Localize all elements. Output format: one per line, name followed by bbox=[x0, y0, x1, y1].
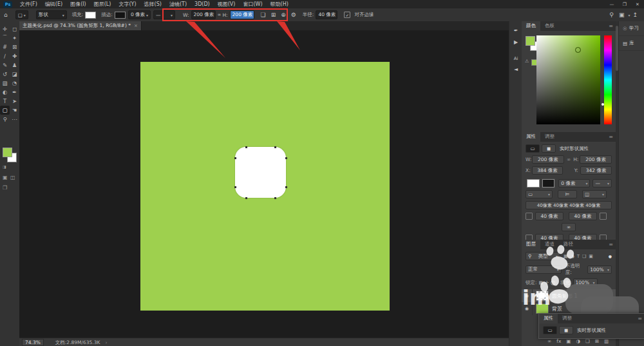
menu-filter[interactable]: 滤镜(T) bbox=[166, 1, 191, 8]
shape-anchor[interactable] bbox=[285, 157, 287, 159]
shape-anchor[interactable] bbox=[274, 197, 276, 199]
menu-select[interactable]: 选择(S) bbox=[140, 1, 166, 8]
tab-channels[interactable]: 通道 bbox=[540, 240, 559, 249]
prop-x-field[interactable]: 384 像素 bbox=[532, 166, 564, 175]
menu-window[interactable]: 窗口(W) bbox=[239, 1, 266, 8]
corner-tr-icon[interactable] bbox=[600, 213, 607, 220]
link-radii-icon[interactable]: ∞ bbox=[562, 223, 576, 231]
layer-name[interactable]: 背景 bbox=[552, 305, 562, 312]
fill-swatch[interactable] bbox=[85, 12, 96, 19]
zoom-level-field[interactable]: 74.3% bbox=[22, 339, 44, 346]
shape-anchor[interactable] bbox=[245, 197, 247, 199]
rounded-rectangle-tool[interactable]: ▢ bbox=[0, 106, 10, 115]
stroke-corners-dropdown[interactable]: ◫▾ bbox=[582, 190, 607, 198]
menu-layer[interactable]: 图层(L) bbox=[90, 1, 115, 8]
align-edges-checkbox[interactable]: ✓ bbox=[344, 12, 350, 18]
restore-button[interactable]: ❐ bbox=[618, 2, 631, 7]
delete-layer-icon[interactable]: ▥ bbox=[604, 338, 609, 344]
blend-mode-dropdown[interactable]: 正常 ▾ bbox=[526, 265, 562, 274]
add-mask-icon[interactable]: ▣ bbox=[566, 338, 571, 344]
shape-anchor[interactable] bbox=[285, 186, 287, 188]
new-layer-icon[interactable]: ⊞ bbox=[595, 338, 599, 344]
link-layers-icon[interactable]: ∞ bbox=[547, 338, 551, 344]
gear-icon[interactable]: ⚙ bbox=[291, 12, 296, 18]
prop-fill-swatch[interactable] bbox=[527, 179, 540, 187]
eraser-tool[interactable]: ◪ bbox=[10, 70, 19, 79]
move-tool[interactable]: ✛ bbox=[0, 24, 10, 34]
tab-layers[interactable]: 图层 bbox=[522, 240, 540, 249]
new-group-icon[interactable]: ❏ bbox=[585, 338, 590, 344]
history-brush-tool[interactable]: ↺ bbox=[0, 70, 10, 79]
layer-filter-dropdown[interactable]: ⚲ 类型 ▾ bbox=[526, 252, 560, 260]
link-dimensions-icon[interactable]: ∞ bbox=[567, 157, 571, 162]
menu-type[interactable]: 文字(Y) bbox=[115, 1, 140, 8]
rounded-rectangle-shape[interactable] bbox=[235, 147, 286, 198]
link-dimensions-icon[interactable]: ∞ bbox=[218, 12, 222, 17]
lasso-tool[interactable]: ⌒ bbox=[0, 34, 10, 43]
audio-panel-icon[interactable]: ◄ bbox=[509, 66, 522, 72]
prop-stroke-swatch[interactable] bbox=[542, 179, 555, 187]
document-tab[interactable]: 主题美化.psd @ 74.3% (圆角矩形 1, RGB/8#) * × bbox=[19, 21, 142, 30]
tab-swatches[interactable]: 色板 bbox=[540, 21, 559, 31]
learn-panel-button[interactable]: ☉ 学习 bbox=[619, 21, 644, 36]
minimize-button[interactable]: — bbox=[605, 2, 618, 7]
search-icon[interactable]: ⚲ bbox=[609, 12, 614, 18]
filter-toggle-icon[interactable]: ● bbox=[609, 254, 612, 258]
radius-tl-field[interactable]: 40 像素 bbox=[535, 212, 564, 220]
quick-select-tool[interactable]: ✦ bbox=[10, 34, 19, 43]
tab-properties[interactable]: 属性 bbox=[522, 132, 540, 142]
marquee-tool[interactable]: ◻ bbox=[10, 24, 19, 34]
corner-tl-icon[interactable] bbox=[526, 213, 533, 220]
shape-anchor[interactable] bbox=[245, 146, 247, 148]
zoom-tool[interactable]: ⚲ bbox=[0, 115, 10, 124]
quick-mask-icon[interactable]: ▣ bbox=[3, 175, 8, 180]
shape-anchor[interactable] bbox=[234, 157, 236, 159]
close-button[interactable]: ✕ bbox=[631, 2, 644, 7]
close-tab-icon[interactable]: × bbox=[134, 23, 138, 28]
artboard[interactable] bbox=[140, 62, 390, 311]
filter-smartobj-icon[interactable]: ▣ bbox=[589, 254, 593, 259]
path-arrangement-icon[interactable]: ⊕ bbox=[281, 12, 286, 18]
stroke-caps-dropdown[interactable]: ⊨ bbox=[558, 190, 577, 198]
adjustment-layer-icon[interactable]: ◑ bbox=[576, 338, 580, 344]
shape-anchor[interactable] bbox=[274, 146, 276, 148]
menu-help[interactable]: 帮助(H) bbox=[267, 1, 292, 8]
gradient-tool[interactable]: ▨ bbox=[0, 79, 10, 88]
blur-tool[interactable]: ◔ bbox=[10, 79, 19, 88]
radius-tr-field[interactable]: 40 像素 bbox=[569, 212, 597, 220]
pen-tool[interactable]: ✒ bbox=[10, 88, 19, 97]
tab-properties[interactable]: 属性 bbox=[539, 314, 558, 323]
lock-position-icon[interactable]: ✛ bbox=[545, 280, 549, 285]
path-alignment-icon[interactable]: ⊞ bbox=[271, 12, 276, 18]
path-operations-icon[interactable]: ❏ bbox=[261, 12, 266, 18]
radius-field[interactable]: 40 像素 bbox=[316, 10, 337, 19]
filter-adjustment-icon[interactable]: ◑ bbox=[571, 254, 574, 259]
panel-menu-icon[interactable]: ≡ bbox=[609, 23, 613, 29]
swap-colors-icon[interactable]: ◨ bbox=[3, 164, 6, 169]
opacity-field[interactable]: 100% ▾ bbox=[587, 265, 612, 274]
share-icon[interactable]: ↥ bbox=[632, 12, 638, 18]
filter-type-icon[interactable]: T bbox=[577, 254, 580, 259]
clone-stamp-tool[interactable]: ♟ bbox=[10, 61, 19, 70]
stroke-type-dropdown[interactable]: — ▾ bbox=[153, 10, 175, 19]
saturation-brightness-field[interactable] bbox=[536, 35, 600, 124]
menu-image[interactable]: 图像(I) bbox=[66, 1, 90, 8]
type-tool[interactable]: T bbox=[0, 97, 10, 106]
gamut-warning-icon[interactable]: ⚠ bbox=[525, 59, 529, 64]
lock-transparency-icon[interactable]: ▦ bbox=[539, 280, 544, 285]
foreground-color-swatch[interactable] bbox=[3, 148, 12, 157]
screen-mode-icon[interactable]: ❐ bbox=[3, 185, 7, 191]
mask-mode-icon[interactable]: ◫ bbox=[10, 175, 15, 180]
panel-menu-icon[interactable]: ≡ bbox=[609, 242, 613, 247]
prop-height-field[interactable]: 200 像素 bbox=[580, 155, 612, 164]
brush-tool[interactable]: ✎ bbox=[0, 61, 10, 70]
prop-width-field[interactable]: 200 像素 bbox=[532, 155, 564, 164]
libraries-panel-button[interactable]: ▤ 库 bbox=[619, 36, 644, 51]
hue-slider[interactable] bbox=[604, 35, 612, 124]
stroke-align-dropdown[interactable]: ▭▾ bbox=[526, 190, 553, 198]
prop-stroke-type-dropdown[interactable]: — ▾ bbox=[592, 179, 612, 187]
color-picker-marker[interactable] bbox=[575, 47, 581, 53]
stroke-width-field[interactable]: 0 像素 ▾ bbox=[128, 10, 151, 19]
pen-panel-icon[interactable]: ✒ bbox=[509, 28, 522, 34]
crop-tool[interactable]: # bbox=[0, 43, 10, 52]
